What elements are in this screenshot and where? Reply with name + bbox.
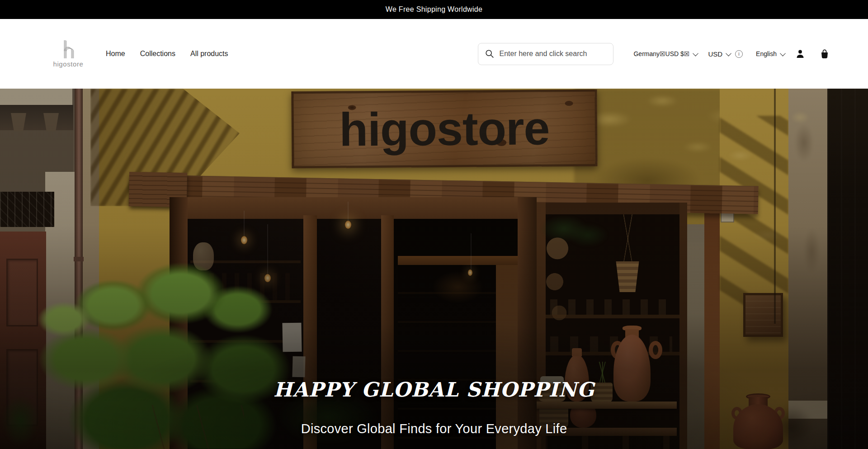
search-icon[interactable] — [485, 49, 495, 59]
search-bar[interactable] — [478, 43, 613, 65]
hanging-light-bulb — [468, 269, 472, 276]
storefront-frame-right — [518, 197, 537, 449]
iron-grill-window — [0, 192, 54, 227]
balcony-underside — [0, 105, 73, 130]
currency-selector[interactable]: USD i — [708, 50, 743, 58]
site-header: higostore Home Collections All products … — [0, 19, 868, 89]
shopping-bag-icon — [819, 48, 830, 59]
display-shelf — [546, 315, 679, 318]
nav-all-products[interactable]: All products — [190, 50, 228, 58]
country-currency-label: Germany☒USD $☒ — [633, 50, 689, 57]
announcement-text: We Free Shipping Worldwide — [386, 5, 482, 14]
chevron-down-icon — [693, 50, 699, 56]
bulb-cord — [471, 233, 472, 270]
cart-button[interactable] — [819, 48, 830, 59]
basket-strings — [619, 214, 637, 263]
chevron-down-icon — [780, 50, 786, 56]
logo[interactable]: higostore — [49, 40, 88, 68]
person-icon — [795, 48, 806, 59]
info-icon[interactable]: i — [735, 50, 743, 58]
hanging-basket — [614, 261, 641, 292]
hanging-light-bulb — [345, 221, 351, 229]
hero-title: HAPPY GLOBAL SHOPPING — [0, 378, 868, 401]
shop-sign-text: higostore — [339, 101, 550, 156]
language-label: English — [756, 50, 777, 57]
logo-h-monogram-icon — [61, 40, 76, 59]
nav-home[interactable]: Home — [106, 50, 125, 58]
bulb-cord — [348, 202, 349, 222]
shelf-pottery-row — [550, 299, 672, 315]
hero-banner: higostore — [0, 89, 868, 449]
country-currency-selector[interactable]: Germany☒USD $☒ — [633, 50, 698, 57]
wall-wire — [774, 89, 776, 324]
logo-text: higostore — [53, 60, 83, 68]
display-table-top — [537, 402, 677, 409]
shop-sign: higostore — [291, 90, 597, 169]
header-utilities: Germany☒USD $☒ USD i English — [633, 48, 830, 59]
bronze-wall-plaque — [743, 293, 783, 337]
nav-collections[interactable]: Collections — [140, 50, 175, 58]
balcony-slab — [0, 89, 72, 105]
pottery-display-unit — [537, 203, 687, 449]
language-selector[interactable]: English — [756, 50, 785, 57]
storefront-frame-top — [170, 197, 537, 219]
amphora-handle — [649, 341, 662, 359]
storefront-homepage: We Free Shipping Worldwide higostore Hom… — [0, 0, 868, 449]
search-input[interactable] — [499, 50, 608, 58]
table-legs — [541, 436, 677, 449]
hero-subtitle: Discover Global Finds for Your Everyday … — [0, 421, 868, 436]
announcement-bar: We Free Shipping Worldwide — [0, 0, 868, 19]
account-button[interactable] — [795, 48, 806, 59]
bulb-cord — [244, 211, 245, 237]
display-frame-right — [679, 203, 687, 449]
main-nav: Home Collections All products — [106, 50, 228, 58]
hanging-light-bulb — [241, 236, 247, 244]
currency-label: USD — [708, 50, 722, 58]
chevron-down-icon — [726, 50, 731, 56]
lit-wood-trim — [704, 197, 721, 449]
door-transom-bar — [398, 256, 518, 265]
pale-wall-strip — [687, 224, 705, 449]
